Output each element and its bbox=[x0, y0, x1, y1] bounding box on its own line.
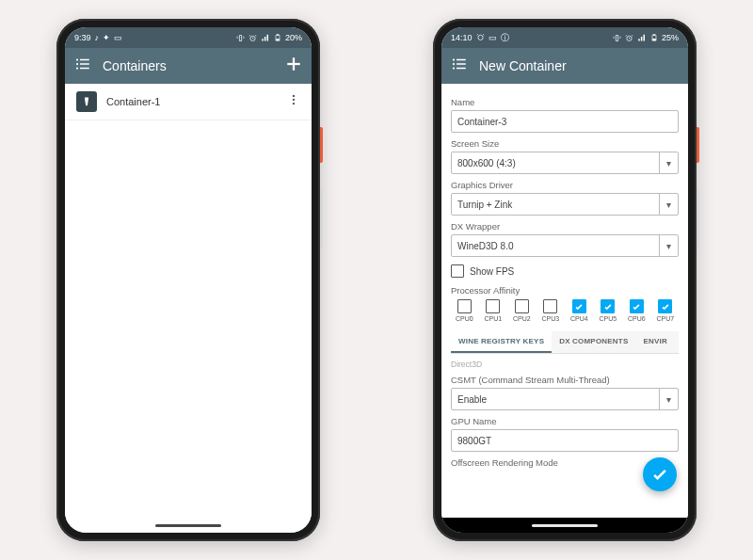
app-bar: Containers bbox=[65, 48, 312, 84]
status-bar: 9:39 ♪ ✦ ▭ 20% bbox=[65, 27, 312, 48]
svg-point-24 bbox=[453, 67, 455, 69]
info-icon: ⓘ bbox=[501, 32, 509, 44]
add-icon[interactable] bbox=[285, 56, 302, 76]
phone-frame-right: 14:10 ▭ ⓘ 25% bbox=[433, 19, 697, 541]
nav-bar bbox=[441, 518, 688, 533]
svg-rect-18 bbox=[653, 35, 655, 36]
battery-icon bbox=[274, 33, 281, 42]
status-time: 9:39 bbox=[74, 33, 91, 42]
svg-point-6 bbox=[76, 63, 78, 65]
signal-icon bbox=[637, 34, 647, 42]
svg-rect-19 bbox=[653, 39, 656, 40]
page-title: Containers bbox=[103, 58, 274, 73]
name-label: Name bbox=[451, 97, 679, 107]
page-title: New Container bbox=[479, 58, 679, 73]
cpu-checkbox-1[interactable]: CPU1 bbox=[480, 299, 507, 322]
nav-bar bbox=[65, 518, 312, 533]
container-icon bbox=[76, 91, 97, 112]
tab-1[interactable]: DX COMPONENTS bbox=[552, 331, 635, 353]
chevron-down-icon: ▾ bbox=[659, 235, 678, 256]
svg-point-13 bbox=[293, 99, 295, 101]
gpu-name-label: GPU Name bbox=[451, 416, 679, 426]
svg-rect-7 bbox=[80, 63, 89, 65]
power-button bbox=[697, 127, 699, 163]
svg-point-20 bbox=[453, 58, 455, 60]
gfx-driver-select[interactable]: Turnip + Zink▾ bbox=[451, 193, 679, 216]
cpu-checkbox-0[interactable]: CPU0 bbox=[451, 299, 478, 322]
cpu-checkbox-2[interactable]: CPU2 bbox=[508, 299, 536, 322]
svg-rect-9 bbox=[80, 68, 89, 70]
gpu-name-field[interactable]: 9800GT bbox=[451, 429, 679, 452]
menu-icon[interactable] bbox=[74, 56, 91, 76]
screen-size-select[interactable]: 800x600 (4:3)▾ bbox=[451, 152, 679, 174]
chevron-down-icon: ▾ bbox=[659, 194, 678, 215]
svg-rect-11 bbox=[287, 63, 300, 65]
battery-pct: 25% bbox=[662, 33, 679, 42]
cpu-checkbox-3[interactable]: CPU3 bbox=[537, 299, 565, 322]
container-name: Container-1 bbox=[106, 96, 278, 107]
cpu-checkbox-7[interactable]: CPU7 bbox=[652, 299, 680, 322]
menu-icon[interactable] bbox=[451, 56, 468, 76]
capcut-icon: ✦ bbox=[103, 33, 110, 42]
svg-point-14 bbox=[293, 103, 295, 104]
screen-size-label: Screen Size bbox=[451, 138, 679, 149]
volume-button bbox=[320, 188, 323, 249]
checkbox-icon bbox=[451, 264, 464, 278]
confirm-fab[interactable] bbox=[643, 457, 677, 491]
svg-point-22 bbox=[453, 63, 455, 65]
svg-point-15 bbox=[477, 35, 482, 40]
cpu-checkbox-6[interactable]: CPU6 bbox=[623, 299, 650, 322]
vibrate-icon bbox=[236, 34, 245, 42]
volume-button bbox=[697, 188, 699, 249]
status-time: 14:10 bbox=[451, 33, 473, 42]
status-bar: 14:10 ▭ ⓘ 25% bbox=[441, 27, 688, 48]
chevron-down-icon: ▾ bbox=[659, 152, 678, 173]
svg-rect-5 bbox=[80, 59, 89, 61]
svg-point-12 bbox=[293, 95, 295, 97]
app-bar: New Container bbox=[441, 48, 688, 84]
svg-rect-3 bbox=[277, 40, 280, 40]
check-icon bbox=[650, 465, 669, 484]
app-icon: ▭ bbox=[114, 33, 122, 42]
cpu-checkbox-5[interactable]: CPU5 bbox=[595, 299, 622, 322]
tiktok-icon: ♪ bbox=[95, 33, 100, 42]
csmt-label: CSMT (Command Stream Multi-Thread) bbox=[451, 375, 679, 385]
vibrate-icon bbox=[613, 34, 621, 42]
chevron-down-icon: ▾ bbox=[659, 389, 678, 409]
tab-2[interactable]: ENVIR bbox=[635, 331, 674, 353]
app-icon: ▭ bbox=[489, 33, 497, 42]
d3d-header: Direct3D bbox=[451, 360, 679, 369]
power-button bbox=[320, 127, 323, 163]
svg-rect-23 bbox=[457, 63, 466, 65]
svg-rect-2 bbox=[277, 35, 279, 36]
svg-point-4 bbox=[76, 58, 78, 60]
alarm-icon bbox=[476, 33, 485, 43]
battery-icon bbox=[650, 33, 658, 42]
svg-rect-25 bbox=[457, 68, 466, 70]
more-icon[interactable] bbox=[287, 93, 300, 110]
signal-icon bbox=[261, 34, 270, 42]
list-item[interactable]: Container-1 bbox=[65, 84, 312, 120]
alarm-icon bbox=[625, 34, 633, 42]
svg-rect-21 bbox=[457, 59, 466, 61]
name-field[interactable]: Container-3 bbox=[451, 110, 679, 133]
gfx-driver-label: Graphics Driver bbox=[451, 180, 679, 190]
cpu-checkbox-4[interactable]: CPU4 bbox=[566, 299, 593, 322]
tab-0[interactable]: WINE REGISTRY KEYS bbox=[451, 331, 552, 353]
dx-wrapper-select[interactable]: WineD3D 8.0▾ bbox=[451, 234, 679, 257]
alarm-icon bbox=[248, 34, 257, 42]
svg-point-8 bbox=[76, 67, 78, 69]
affinity-label: Processor Affinity bbox=[451, 285, 679, 296]
phone-frame-left: 9:39 ♪ ✦ ▭ 20% bbox=[56, 19, 320, 541]
csmt-select[interactable]: Enable▾ bbox=[451, 388, 679, 410]
dx-wrapper-label: DX Wrapper bbox=[451, 221, 679, 232]
show-fps-checkbox[interactable]: Show FPS bbox=[451, 264, 679, 278]
battery-pct: 20% bbox=[285, 33, 302, 42]
